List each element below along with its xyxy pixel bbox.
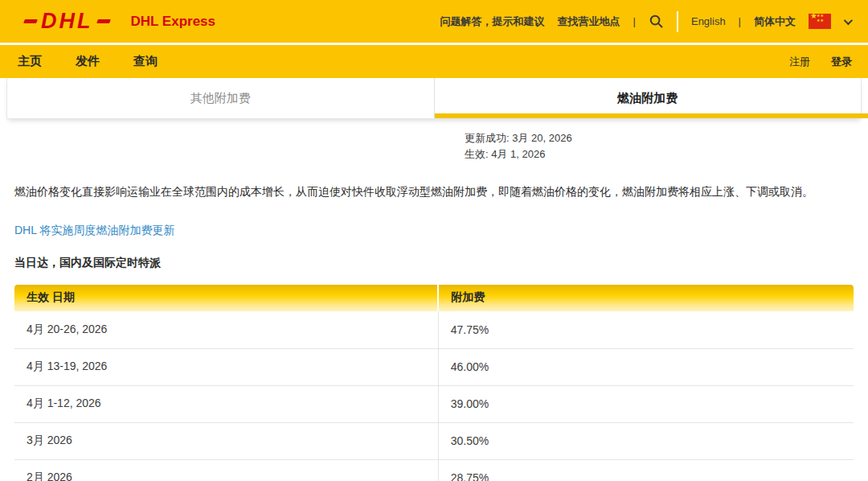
nav-left: 主页 发件 查询: [18, 54, 158, 69]
table-body: 4月 20-26, 2026 47.75% 4月 13-19, 2026 46.…: [14, 311, 854, 481]
main-navbar: 主页 发件 查询 注册 登录: [0, 45, 868, 78]
divider: |: [633, 15, 636, 27]
cell-rate: 28.75%: [438, 459, 854, 481]
updated-date: 更新成功: 3月 20, 2026: [465, 130, 868, 146]
dhl-logo-dash-right: [96, 19, 111, 23]
top-links: 问题解答，提示和建议 查找营业地点 | English | 简体中文 ★ ★★★…: [440, 11, 850, 32]
update-meta: 更新成功: 3月 20, 2026 生效: 4月 1, 2026: [465, 130, 868, 162]
table-row: 2月 2026 28.75%: [14, 459, 854, 481]
column-header-effective-date: 生效 日期: [14, 285, 438, 311]
cell-rate: 30.50%: [438, 422, 854, 459]
effective-date: 生效: 4月 1, 2026: [465, 146, 868, 162]
table-row: 3月 2026 30.50%: [14, 422, 854, 459]
main-content: 燃油价格变化直接影响运输业在全球范围内的成本增长，从而迫使对快件收取浮动型燃油附…: [0, 183, 868, 481]
fuel-surcharge-table: 生效 日期 附加费 4月 20-26, 2026 47.75% 4月 13-19…: [14, 285, 854, 481]
nav-item-track[interactable]: 查询: [133, 54, 158, 69]
table-row: 4月 20-26, 2026 47.75%: [14, 311, 854, 348]
search-icon[interactable]: [649, 14, 664, 29]
table-head: 生效 日期 附加费: [14, 285, 854, 311]
cell-date: 4月 20-26, 2026: [14, 311, 438, 348]
dhl-logo-word: DHL: [41, 10, 93, 32]
tab-other-surcharges[interactable]: 其他附加费: [7, 78, 435, 118]
chevron-down-icon[interactable]: [844, 15, 853, 24]
nav-right: 注册 登录: [789, 55, 852, 69]
cell-rate: 47.75%: [438, 311, 854, 348]
nav-item-home[interactable]: 主页: [18, 54, 42, 69]
tab-fuel-surcharge[interactable]: 燃油附加费: [435, 78, 862, 118]
table-row: 4月 1-12, 2026 39.00%: [14, 385, 854, 422]
weekly-update-link[interactable]: DHL 将实施周度燃油附加费更新: [14, 224, 174, 236]
cell-date: 2月 2026: [14, 459, 438, 481]
table-row: 4月 13-19, 2026 46.00%: [14, 348, 854, 385]
cell-date: 3月 2026: [14, 422, 438, 459]
language-chinese-link[interactable]: 简体中文: [754, 14, 796, 29]
language-english-link[interactable]: English: [691, 15, 726, 27]
column-header-surcharge: 附加费: [438, 285, 854, 311]
cell-rate: 39.00%: [438, 385, 854, 422]
service-subheading: 当日达，国内及国际定时特派: [14, 256, 854, 270]
link-line: DHL 将实施周度燃油附加费更新: [14, 223, 854, 238]
top-header: DHL DHL Express 问题解答，提示和建议 查找营业地点 | Engl…: [0, 0, 868, 43]
table-header-row: 生效 日期 附加费: [14, 285, 854, 311]
top-link-locations[interactable]: 查找营业地点: [558, 14, 620, 29]
divider-light: [677, 11, 678, 32]
cell-date: 4月 1-12, 2026: [14, 385, 438, 422]
register-link[interactable]: 注册: [789, 55, 810, 69]
cell-date: 4月 13-19, 2026: [14, 348, 438, 385]
surcharge-tabs: 其他附加费 燃油附加费: [6, 78, 862, 119]
brand-name: DHL Express: [131, 14, 216, 30]
login-link[interactable]: 登录: [831, 55, 852, 69]
fuel-surcharge-description: 燃油价格变化直接影响运输业在全球范围内的成本增长，从而迫使对快件收取浮动型燃油附…: [14, 183, 854, 200]
divider: |: [739, 15, 741, 27]
cell-rate: 46.00%: [438, 348, 854, 385]
logo-group: DHL DHL Express: [24, 10, 215, 32]
tab-other-surcharges-label: 其他附加费: [190, 91, 251, 106]
flag-stars: ★★★★: [817, 13, 824, 23]
tab-fuel-surcharge-label: 燃油附加费: [617, 91, 678, 106]
nav-item-ship[interactable]: 发件: [76, 54, 100, 69]
top-link-faq[interactable]: 问题解答，提示和建议: [440, 14, 545, 29]
china-flag-icon[interactable]: ★ ★★★★: [809, 14, 831, 29]
dhl-logo-dash-left: [23, 19, 38, 23]
dhl-logo[interactable]: DHL: [24, 10, 110, 32]
